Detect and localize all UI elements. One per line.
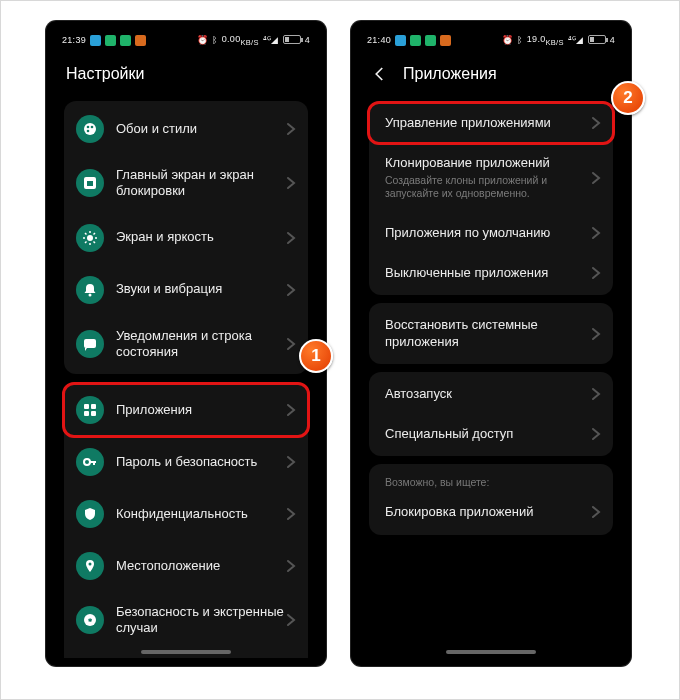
chevron-right-icon <box>284 403 298 417</box>
row-label: Управление приложениями <box>385 115 589 131</box>
row-label: Главный экран и экран блокировки <box>116 167 284 200</box>
signal-icon: ⁴ᴳ◢ <box>263 35 279 45</box>
app-icon <box>425 35 436 46</box>
apps-group-extra: АвтозапускСпециальный доступ <box>369 372 613 457</box>
settings-row[interactable]: Главный экран и экран блокировки <box>64 155 308 212</box>
apps-icon <box>76 396 104 424</box>
pin-icon <box>76 552 104 580</box>
message-icon <box>76 330 104 358</box>
settings-row[interactable]: Блокировка приложений <box>369 492 613 532</box>
status-bar: 21:40 ⏰ ᛒ 19.0KB/S ⁴ᴳ◢ 4 <box>359 29 623 51</box>
home-icon <box>76 169 104 197</box>
chevron-right-icon <box>589 327 603 341</box>
chevron-right-icon <box>589 226 603 240</box>
settings-group-display: Обои и стилиГлавный экран и экран блокир… <box>64 101 308 374</box>
row-label: Пароль и безопасность <box>116 454 284 470</box>
settings-row[interactable]: Уведомления и строка состояния <box>64 316 308 373</box>
battery-pct: 4 <box>610 35 615 45</box>
chevron-right-icon <box>284 507 298 521</box>
row-label: Специальный доступ <box>385 426 589 442</box>
telegram-icon <box>90 35 101 46</box>
settings-row[interactable]: Выключенные приложения <box>369 253 613 293</box>
settings-row[interactable]: Пароль и безопасность <box>64 436 308 488</box>
page-title: Настройки <box>54 51 318 93</box>
chevron-right-icon <box>284 283 298 297</box>
phone-apps: 21:40 ⏰ ᛒ 19.0KB/S ⁴ᴳ◢ 4 Приложения Упра… <box>351 21 631 666</box>
row-label: Восстановить системные приложения <box>385 317 589 350</box>
sun-icon <box>76 224 104 252</box>
battery-pct: 4 <box>305 35 310 45</box>
battery-icon <box>283 35 301 44</box>
page-header: Приложения <box>359 51 623 93</box>
settings-row[interactable]: Звуки и вибрация <box>64 264 308 316</box>
bell-icon <box>76 276 104 304</box>
net-speed: 0.00KB/S <box>222 34 259 47</box>
chevron-right-icon <box>284 455 298 469</box>
chevron-right-icon <box>589 427 603 441</box>
row-label: Местоположение <box>116 558 284 574</box>
row-label: Уведомления и строка состояния <box>116 328 284 361</box>
home-indicator[interactable] <box>141 650 231 654</box>
chevron-right-icon <box>589 505 603 519</box>
app-icon <box>135 35 146 46</box>
home-indicator[interactable] <box>446 650 536 654</box>
chevron-right-icon <box>589 116 603 130</box>
suggestion-hint: Возможно, вы ищете: <box>369 466 613 492</box>
settings-row[interactable]: Приложения <box>64 384 308 436</box>
settings-row[interactable]: Конфиденциальность <box>64 488 308 540</box>
chevron-right-icon <box>589 266 603 280</box>
status-time: 21:40 <box>367 35 391 45</box>
alarm-icon: ⏰ <box>502 35 513 45</box>
row-label: Автозапуск <box>385 386 589 402</box>
page-title: Приложения <box>403 65 497 83</box>
battery-icon <box>588 35 606 44</box>
alarm-icon: ⏰ <box>197 35 208 45</box>
sos-icon <box>76 606 104 634</box>
settings-row[interactable]: Специальный доступ <box>369 414 613 454</box>
chevron-right-icon <box>284 231 298 245</box>
settings-group-apps: ПриложенияПароль и безопасностьКонфиденц… <box>64 382 308 666</box>
chevron-right-icon <box>589 387 603 401</box>
row-subtitle: Создавайте клоны приложений и запускайте… <box>385 174 589 201</box>
settings-row[interactable]: Клонирование приложенийСоздавайте клоны … <box>369 143 613 213</box>
settings-row[interactable]: Управление приложениями <box>369 103 613 143</box>
apps-group-main: Управление приложениямиКлонирование прил… <box>369 101 613 295</box>
key-icon <box>76 448 104 476</box>
row-label: Конфиденциальность <box>116 506 284 522</box>
telegram-icon <box>395 35 406 46</box>
phone-settings: 21:39 ⏰ ᛒ 0.00KB/S ⁴ᴳ◢ 4 Настройки Обои … <box>46 21 326 666</box>
signal-icon: ⁴ᴳ◢ <box>568 35 584 45</box>
settings-row[interactable]: Экран и яркость <box>64 212 308 264</box>
step-badge-2: 2 <box>611 81 645 115</box>
row-label: Экран и яркость <box>116 229 284 245</box>
row-label: Клонирование приложений <box>385 155 589 171</box>
settings-row[interactable]: Автозапуск <box>369 374 613 414</box>
settings-row[interactable]: Восстановить системные приложения <box>369 305 613 362</box>
app-icon <box>440 35 451 46</box>
settings-row[interactable]: Приложения по умолчанию <box>369 213 613 253</box>
row-label: Приложения <box>116 402 284 418</box>
status-time: 21:39 <box>62 35 86 45</box>
back-icon[interactable] <box>371 65 389 83</box>
row-label: Приложения по умолчанию <box>385 225 589 241</box>
net-speed: 19.0KB/S <box>527 34 564 47</box>
row-label: Выключенные приложения <box>385 265 589 281</box>
chevron-right-icon <box>284 559 298 573</box>
settings-row[interactable]: Обои и стили <box>64 103 308 155</box>
shield-icon <box>76 500 104 528</box>
row-label: Обои и стили <box>116 121 284 137</box>
app-icon <box>105 35 116 46</box>
settings-row[interactable]: Местоположение <box>64 540 308 592</box>
bluetooth-icon: ᛒ <box>517 35 522 45</box>
row-label: Безопасность и экстренные случаи <box>116 604 284 637</box>
row-label: Блокировка приложений <box>385 504 589 520</box>
chevron-right-icon <box>284 613 298 627</box>
chevron-right-icon <box>284 176 298 190</box>
apps-group-restore: Восстановить системные приложения <box>369 303 613 364</box>
apps-group-suggest: Возможно, вы ищете: Блокировка приложени… <box>369 464 613 534</box>
chevron-right-icon <box>284 122 298 136</box>
settings-row[interactable]: Безопасность и экстренные случаи <box>64 592 308 649</box>
bluetooth-icon: ᛒ <box>212 35 217 45</box>
row-label: Звуки и вибрация <box>116 281 284 297</box>
status-bar: 21:39 ⏰ ᛒ 0.00KB/S ⁴ᴳ◢ 4 <box>54 29 318 51</box>
